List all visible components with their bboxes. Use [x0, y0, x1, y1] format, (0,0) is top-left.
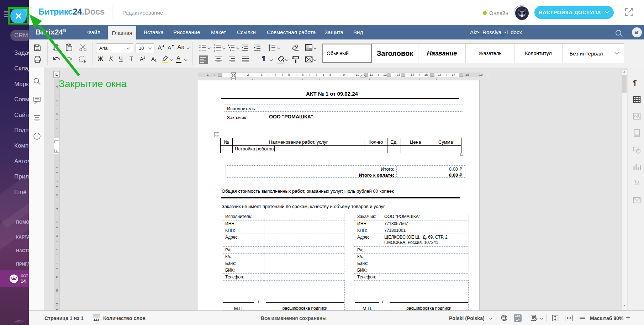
svg-text:3: 3 [213, 49, 215, 52]
svg-text:123: 123 [94, 318, 99, 321]
